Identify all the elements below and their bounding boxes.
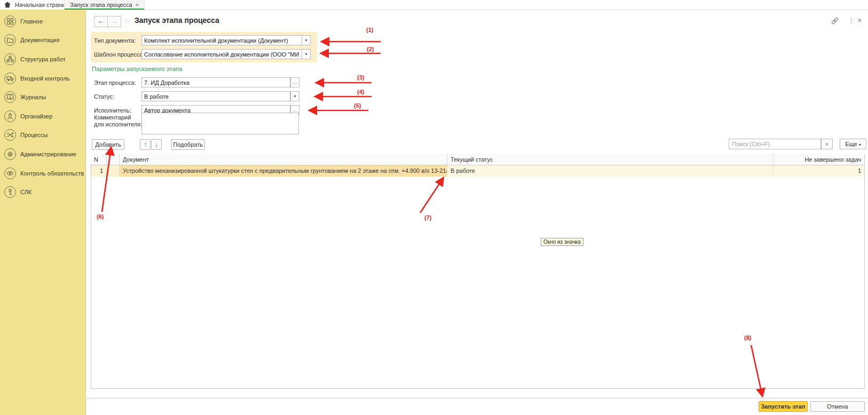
annotation-label-8: (8): [744, 334, 751, 341]
stage-label: Этап процесса:: [94, 79, 136, 86]
section-title: Параметры запускаемого этапа: [92, 66, 182, 72]
row-cell-tasks[interactable]: 1: [774, 165, 864, 177]
app-window: Начальная страница Запуск этапа процесса…: [0, 0, 868, 415]
search-input[interactable]: [729, 139, 821, 149]
sidebar-item-slk[interactable]: СЛК: [0, 186, 85, 199]
comment-label-line1: Комментарий: [94, 114, 131, 121]
tooltip: Окно из значка: [541, 238, 583, 246]
row-cell-icon[interactable]: [107, 165, 120, 177]
status-input[interactable]: [141, 91, 290, 101]
structure-icon: [4, 53, 16, 65]
status-dropdown-icon[interactable]: ▾: [290, 91, 299, 101]
more-label: Еще: [845, 141, 857, 147]
stage-ellipsis-icon[interactable]: …: [290, 77, 299, 87]
more-button[interactable]: Еще ▾: [840, 139, 866, 149]
folder-icon: [4, 34, 16, 46]
sidebar-item-administration[interactable]: Администрирование: [0, 148, 85, 161]
status-label: Статус:: [94, 93, 114, 100]
sidebar-item-incoming-control[interactable]: Входной контроль: [0, 73, 85, 85]
doc-type-dropdown-icon[interactable]: ▾: [302, 35, 311, 45]
shuffle-icon: [4, 129, 16, 141]
footer-divider: [86, 398, 868, 398]
sidebar-item-organizer[interactable]: Органайзер: [0, 110, 85, 123]
template-input[interactable]: [141, 49, 302, 59]
sidebar-item-label: Администрирование: [20, 151, 76, 157]
person-icon: [4, 110, 16, 122]
link-icon[interactable]: [831, 17, 839, 25]
comment-textarea[interactable]: [141, 113, 299, 134]
key-icon: [4, 186, 16, 198]
sidebar-item-processes[interactable]: Процессы: [0, 129, 85, 142]
move-up-icon[interactable]: ↑: [140, 139, 151, 150]
row-cell-status[interactable]: В работе: [447, 165, 774, 177]
comment-label: Комментарий для исполнителя:: [94, 114, 142, 128]
sidebar-item-label: СЛК: [20, 189, 31, 195]
col-header-status[interactable]: Текущий статус: [447, 154, 774, 165]
sidebar-item-label: Органайзер: [20, 113, 52, 119]
eye-icon: [4, 167, 16, 179]
annotation-label-3: (3): [357, 74, 364, 81]
back-icon[interactable]: ←: [94, 16, 108, 27]
sidebar-item-label: Контроль обязательств: [20, 170, 84, 177]
row-cell-n[interactable]: 1: [91, 165, 107, 177]
menu-dots-icon[interactable]: ⋮: [848, 16, 855, 24]
window-close-icon[interactable]: ×: [857, 15, 862, 25]
truck-icon: [4, 73, 16, 84]
doc-type-label: Тип документа:: [94, 37, 136, 44]
stage-input[interactable]: [141, 77, 290, 87]
sidebar-item-main[interactable]: Главное: [0, 15, 85, 28]
tab-label: Запуск этапа процесса: [70, 2, 132, 8]
sidebar-item-label: Главное: [20, 18, 43, 25]
grid-icon: [4, 15, 16, 27]
col-header-icon[interactable]: [107, 154, 120, 165]
col-header-n[interactable]: N: [91, 154, 107, 165]
more-dropdown-icon: ▾: [859, 142, 861, 147]
book-icon: [4, 91, 16, 103]
gear-icon: [4, 148, 16, 160]
tab-home-label: Начальная страница: [15, 2, 72, 8]
move-down-icon[interactable]: ↓: [151, 139, 162, 150]
add-button[interactable]: Добавить: [92, 139, 124, 150]
sidebar-item-obligations-control[interactable]: Контроль обязательств: [0, 167, 85, 180]
annotation-label-2: (2): [367, 46, 374, 52]
tab-start-process-stage[interactable]: Запуск этапа процесса×: [64, 0, 145, 10]
doc-type-input[interactable]: [141, 35, 302, 45]
sidebar-item-label: Процессы: [20, 132, 48, 138]
sidebar-item-documentation[interactable]: Документация: [0, 34, 85, 47]
star-icon[interactable]: ☆: [124, 17, 130, 25]
col-header-document[interactable]: Документ: [120, 154, 447, 165]
cancel-button[interactable]: Отмена: [810, 401, 865, 412]
sidebar-item-work-structure[interactable]: Структура работ: [0, 53, 85, 66]
sidebar-item-journals[interactable]: Журналы: [0, 91, 85, 104]
annotation-label-4: (4): [357, 89, 364, 95]
row-cell-document[interactable]: Устройство механизированной штукатурки с…: [120, 165, 447, 177]
sidebar-item-label: Входной контроль: [20, 75, 70, 82]
annotation-label-5: (5): [354, 102, 361, 109]
tab-bar: Начальная страница Запуск этапа процесса…: [0, 0, 868, 10]
executor-label: Исполнитель:: [94, 107, 131, 114]
annotation-label-7: (7): [424, 214, 431, 221]
start-stage-button[interactable]: Запустить этап: [759, 401, 808, 412]
template-dropdown-icon[interactable]: ▾: [302, 49, 311, 59]
forward-icon[interactable]: →: [107, 16, 121, 27]
search-clear-icon[interactable]: ×: [821, 139, 833, 149]
documents-table: [91, 154, 865, 389]
sidebar-item-label: Структура работ: [20, 56, 66, 62]
sidebar-item-label: Журналы: [20, 94, 46, 100]
pick-button[interactable]: Подобрать: [171, 139, 205, 150]
sidebar-item-label: Документация: [20, 37, 59, 43]
annotation-label-6: (6): [97, 213, 104, 220]
annotation-label-1: (1): [366, 27, 373, 33]
template-label: Шаблон процесса:: [94, 51, 144, 58]
page-title: Запуск этапа процесса: [135, 16, 219, 25]
sidebar: Главное Документация Структура работ Вхо…: [0, 10, 86, 415]
col-header-tasks[interactable]: Не завершено задач: [774, 154, 864, 165]
comment-label-line2: для исполнителя:: [94, 121, 142, 127]
